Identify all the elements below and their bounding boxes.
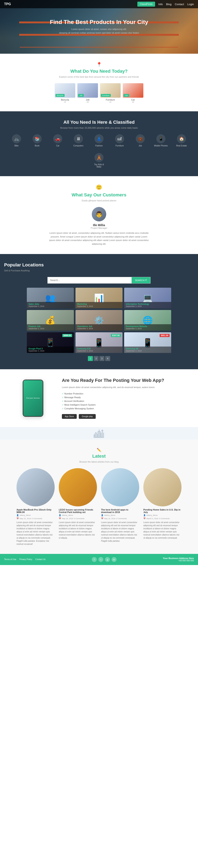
- icon-fashion[interactable]: 👗 Fashion: [92, 134, 106, 147]
- location-samsungs10-overlay: Samsung S10 September 3, 2019: [75, 346, 123, 353]
- category-bicycle-badge: Biorycla: [56, 94, 65, 97]
- fashion-icon: 👗: [95, 134, 103, 143]
- nav-login[interactable]: Login: [187, 3, 194, 6]
- nav-info[interactable]: Info: [158, 3, 163, 6]
- googleplay-button[interactable]: Google play: [79, 414, 96, 419]
- location-google[interactable]: 📱 $889.00 Google Pixel 3 September 3, 20…: [27, 332, 74, 353]
- twitter-icon[interactable]: t: [98, 557, 103, 562]
- page-btn-2[interactable]: 2: [94, 356, 99, 361]
- category-job[interactable]: Job Job 29: [77, 83, 98, 103]
- linkedin-icon[interactable]: in: [111, 557, 117, 562]
- page-btn-4[interactable]: 4: [105, 356, 110, 361]
- testimonial-role: Project Manager: [4, 227, 194, 229]
- phone-screen: Find your Services: [23, 380, 43, 416]
- nav-contact[interactable]: Contact: [175, 3, 184, 6]
- location-marketing-date: September 3, 2019: [77, 305, 121, 307]
- article-home-date: March 4, 2019: [146, 518, 158, 520]
- location-marketing[interactable]: 📊 Marketing September 3, 2019: [75, 288, 123, 308]
- realestate-label: Real Estate: [174, 145, 189, 147]
- page-btn-1[interactable]: 1: [88, 356, 93, 361]
- facebook-icon[interactable]: f: [92, 557, 97, 562]
- location-samsungs10-price: $167.00: [111, 334, 121, 337]
- location-operations-overlay: Operations Job September 3, 2019: [75, 324, 123, 331]
- icon-toys[interactable]: 🧸 Toy Kids & Baby: [92, 153, 106, 168]
- classified-section: All You Need Is Here & Classified Browse…: [0, 111, 198, 176]
- app-desc: Lorem ipsum dolor sit amet consectetur a…: [62, 385, 186, 389]
- edit-icon: ✏️: [97, 448, 101, 452]
- footer-contact-info: Your Business Address Here +00 000 000 0…: [163, 557, 194, 562]
- footer-terms[interactable]: Terms of Use: [4, 558, 16, 560]
- location-operations[interactable]: ⚙️ Operations Job September 3, 2019: [75, 310, 123, 331]
- article-android: The best Android apps to download in 201…: [101, 468, 139, 546]
- location-google-title: Google Pixel 3: [29, 348, 72, 350]
- nav-classifieds[interactable]: ClassiFinds: [137, 2, 155, 7]
- location-marketing-overlay: Marketing September 3, 2019: [75, 302, 123, 308]
- location-samsung-s10[interactable]: 📱 $167.00 Samsung S10 September 3, 2019: [75, 332, 123, 353]
- category-furniture-img: Furniture: [100, 83, 121, 98]
- nav-blog[interactable]: Blog: [166, 3, 171, 6]
- article-home-img: [143, 468, 182, 506]
- testimonial-section: 🙂 What Say Our Customers Easily glimpse …: [0, 176, 198, 254]
- icon-job[interactable]: 💼 Job: [133, 134, 147, 147]
- icon-computers[interactable]: 🖥 Computers: [71, 134, 86, 147]
- category-bicycle[interactable]: Biorycla Biorycla 12: [55, 83, 75, 103]
- location-operations-date: September 3, 2019: [77, 328, 121, 330]
- location-search-input[interactable]: [47, 277, 132, 283]
- logo: TPG: [4, 2, 11, 6]
- icon-realestate[interactable]: 🏠 Real Estate: [174, 134, 189, 147]
- article-android-date-row: 📅 May 16, 2019 0 Comments: [101, 518, 139, 520]
- category-job-label: Job: [77, 98, 98, 101]
- icon-bike[interactable]: 🚲 Bike: [9, 134, 24, 147]
- hero-subtitle: Lorem ipsum dolor sit amet, consec etur …: [50, 28, 148, 35]
- category-bicycle-img: Biorycla: [55, 83, 75, 98]
- app-features: Number Protection Message Ready Account …: [62, 393, 186, 410]
- icon-car[interactable]: 🚗 Car: [51, 134, 65, 147]
- category-car-img: Car: [123, 83, 143, 98]
- footer-contact[interactable]: Contact Us: [35, 558, 45, 560]
- bike-label: Bike: [9, 145, 24, 147]
- popular-subtitle: Sell & Purchase Anything: [4, 269, 194, 272]
- icon-mobile[interactable]: 📱 Mobile Phones: [154, 134, 168, 147]
- location-it[interactable]: 💻 Information Technology September 3, 20…: [124, 288, 171, 308]
- location-search-button[interactable]: SEARCH IT: [132, 277, 151, 283]
- icon-furniture[interactable]: 🛋 Furniture: [112, 134, 127, 147]
- location-finance[interactable]: 💰 Finance Job September 3, 2019: [27, 310, 74, 331]
- book-icon: 📚: [33, 134, 42, 143]
- calendar-icon: 📅: [16, 518, 19, 520]
- realestate-icon: 🏠: [177, 134, 186, 143]
- app-content: Are You Ready For The Posting Your Web A…: [62, 377, 186, 418]
- icon-book[interactable]: 📚 Book: [30, 134, 44, 147]
- category-car-count: 44: [123, 101, 143, 103]
- article-home-date-row: 📅 March 4, 2019 0 Comments: [143, 518, 182, 520]
- article-home-author: tokeny_demo: [146, 514, 158, 516]
- article-laptop-date-row: 📅 May 16, 2019 0 Comments: [16, 518, 55, 520]
- category-furniture[interactable]: Furniture Furniture 10: [100, 83, 121, 103]
- location-sales[interactable]: 👥 Sales Jobs September 3, 2019: [27, 288, 74, 308]
- app-section: Find your Services Are You Ready For The…: [0, 369, 198, 427]
- article-home-comments: 0 Comments: [159, 518, 170, 520]
- car-label: Car: [51, 145, 65, 147]
- what-title: What Do You Need Today?: [4, 68, 194, 74]
- location-it-date: September 3, 2019: [126, 305, 169, 307]
- testimonial-title: What Say Our Customers: [4, 192, 194, 198]
- googleplus-icon[interactable]: g: [105, 557, 110, 562]
- category-car[interactable]: Car Car 44: [123, 83, 143, 103]
- footer-privacy[interactable]: Privacy Policy: [20, 558, 32, 560]
- article-laptop-comments: 0 Comments: [32, 518, 42, 520]
- testimonial-name: Ille Millia: [4, 223, 194, 227]
- page-btn-3[interactable]: 3: [99, 356, 104, 361]
- location-samsung-s8[interactable]: 📱 $651.00 Samsung S8 September 3, 2019: [124, 332, 171, 353]
- pagination: 1 2 3 4: [4, 356, 194, 361]
- location-dev[interactable]: 🌐 Development Website September 3, 2019: [124, 310, 171, 331]
- category-car-badge: Car: [124, 94, 129, 97]
- category-job-badge: Job: [78, 94, 84, 97]
- appstore-button[interactable]: App Store: [62, 414, 77, 419]
- location-operations-title: Operations Job: [77, 325, 121, 328]
- articles-grid: Apple MacBook Pro 15inch Only $886.00 👤 …: [16, 468, 182, 546]
- location-finance-overlay: Finance Job September 3, 2019: [27, 324, 74, 331]
- article-laptop-meta: 👤 tokeny_demo: [16, 514, 55, 516]
- popular-title: Popular Locations: [4, 262, 194, 268]
- app-mockup: Find your Services: [12, 380, 54, 417]
- location-samsungs10-title: Samsung S10: [77, 348, 121, 350]
- header: TPG ClassiFinds Info Blog Contact Login: [0, 0, 198, 8]
